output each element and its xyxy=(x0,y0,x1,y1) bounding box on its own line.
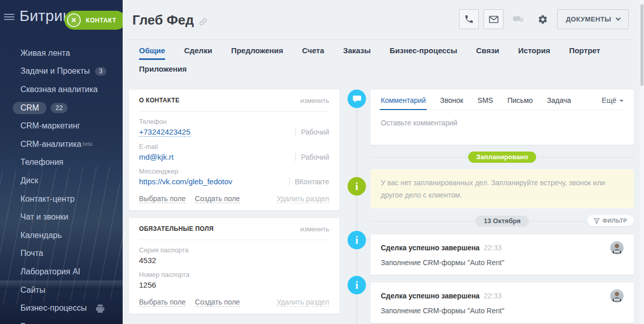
sidebar-item-crm[interactable]: CRM22 xyxy=(0,99,123,117)
delete-section-link[interactable]: Удалить раздел xyxy=(277,195,329,203)
page-title: Глеб Фед xyxy=(132,12,194,28)
tab-portrait[interactable]: Портрет xyxy=(569,46,600,60)
email-value[interactable]: md@kjk.rt xyxy=(139,153,174,161)
tab-general[interactable]: Общие xyxy=(139,46,165,60)
email-button[interactable] xyxy=(484,9,503,29)
filter-button[interactable]: ФИЛЬТР xyxy=(587,215,634,226)
tab-deals[interactable]: Сделки xyxy=(184,46,212,60)
no-activities-notice: У вас нет запланированных дел. Запланиру… xyxy=(348,169,634,208)
phone-type-tag: Рабочий xyxy=(295,128,329,136)
delete-section-link[interactable]: Удалить раздел xyxy=(277,298,329,307)
sidebar-item-live-feed[interactable]: Живая лента xyxy=(0,44,123,62)
sidebar-item-crm-analytics[interactable]: CRM-аналитикаbeta xyxy=(0,135,123,154)
link-icon[interactable] xyxy=(199,17,208,26)
sidebar-item-crm-marketing[interactable]: CRM-маркетинг xyxy=(0,117,123,135)
entity-tabs: Общие Сделки Предложения Счета Заказы Би… xyxy=(139,46,634,77)
entry-title: Сделка успешно завершена xyxy=(381,244,479,252)
passport-series-field: Серия паспорта 4532 xyxy=(139,246,329,265)
composer-tab-letter[interactable]: Письмо xyxy=(508,96,533,104)
composer-tab-call[interactable]: Звонок xyxy=(440,96,463,104)
composer-more-button[interactable]: Ещё xyxy=(602,96,624,104)
comment-bubble-icon xyxy=(348,90,366,108)
comment-input[interactable]: Оставьте комментарий xyxy=(381,110,624,136)
deal-completed-card[interactable]: Сделка успешно завершена 22:33 Заполнени… xyxy=(371,283,634,323)
messenger-field: Мессенджер https://vk.com/gleb_fedotov В… xyxy=(139,167,329,186)
crm-active-pill: CRM xyxy=(13,102,47,114)
passport-series-value: 4532 xyxy=(139,256,156,265)
deal-completed-card[interactable]: Сделка успешно завершена 22:33 Заполнени… xyxy=(371,234,634,275)
crm-count-badge: 22 xyxy=(51,103,67,113)
sidebar-item-time-reports[interactable]: Время и отчеты xyxy=(0,317,123,324)
printer-icon[interactable] xyxy=(94,303,106,315)
sidebar-item-tasks-projects[interactable]: Задачи и Проекты3 xyxy=(0,62,123,81)
avatar[interactable] xyxy=(610,241,624,254)
sidebar-menu: Живая лента Задачи и Проекты3 Сквозная а… xyxy=(0,44,123,324)
tab-links[interactable]: Связи xyxy=(476,46,499,60)
call-button[interactable] xyxy=(459,9,479,29)
create-field-link[interactable]: Создать поле xyxy=(195,298,240,307)
scrollbar-thumb[interactable] xyxy=(640,4,643,86)
email-field: E-mail md@kjk.rt Рабочий xyxy=(139,143,329,161)
timeline-entry: Сделка успешно завершена 22:33 Заполнени… xyxy=(348,234,634,275)
sidebar-item-ai-lab[interactable]: Лаборатория AI xyxy=(0,263,123,281)
tasks-count-badge: 3 xyxy=(95,67,107,76)
tab-invoices[interactable]: Счета xyxy=(302,46,324,60)
planned-badge: Запланировано xyxy=(468,152,536,163)
info-icon: i xyxy=(348,177,366,196)
avatar[interactable] xyxy=(610,289,624,303)
close-icon[interactable]: ✕ xyxy=(67,13,81,27)
edit-link[interactable]: изменить xyxy=(300,225,329,233)
composer-tab-sms[interactable]: SMS xyxy=(477,96,493,104)
sidebar-item-disk[interactable]: Диск xyxy=(0,171,123,190)
sidebar-item-telephony[interactable]: Телефония xyxy=(0,154,123,172)
sidebar-item-analytics[interactable]: Сквозная аналитика xyxy=(0,80,123,99)
email-type-tag: Рабочий xyxy=(295,153,329,161)
card-title: ОБЯЗАТЕЛЬНЫЕ ПОЛЯ xyxy=(139,225,214,232)
tab-orders[interactable]: Заказы xyxy=(343,46,371,60)
timeline-entry: Сделка успешно завершена 22:33 Заполнени… xyxy=(348,283,634,323)
composer-tab-comment[interactable]: Комментарий xyxy=(381,96,426,104)
entry-time: 22:33 xyxy=(484,244,501,252)
beta-label: beta xyxy=(82,141,92,147)
filter-icon xyxy=(594,218,600,224)
create-field-link[interactable]: Создать поле xyxy=(195,195,240,203)
settings-button[interactable] xyxy=(533,9,553,29)
contact-entity-badge[interactable]: ✕ КОНТАКТ xyxy=(64,11,123,30)
edit-link[interactable]: изменить xyxy=(300,97,329,104)
about-contact-card: О КОНТАКТЕ изменить Телефон +73242423425… xyxy=(129,90,339,210)
chevron-down-icon xyxy=(616,16,621,21)
composer-tab-task[interactable]: Задача xyxy=(547,96,571,104)
sidebar-item-calendar[interactable]: Календарь xyxy=(0,226,123,245)
planned-divider: Запланировано xyxy=(371,152,634,163)
tab-apps[interactable]: Приложения xyxy=(139,64,187,77)
sidebar-item-sites[interactable]: Сайты xyxy=(0,281,123,299)
scrollbar xyxy=(640,0,644,324)
notice-text: У вас нет запланированных дел. Запланиру… xyxy=(371,169,634,208)
phone-field: Телефон +73242423425 Рабочий xyxy=(139,118,329,137)
page-header: Глеб Фед ДОКУМЕНТЫ xyxy=(129,0,634,40)
tab-business-processes[interactable]: Бизнес-процессы xyxy=(389,46,457,60)
sidebar-item-mail[interactable]: Почта xyxy=(0,245,123,263)
contact-badge-label: КОНТАКТ xyxy=(86,17,117,24)
entry-subtitle: Заполнение CRM-формы "Auto Rent" xyxy=(381,258,624,267)
activity-composer: Комментарий Звонок SMS Письмо Задача Ещё… xyxy=(371,90,634,145)
select-field-link[interactable]: Выбрать поле xyxy=(139,195,186,203)
timeline-column: i i i Комментарий Звонок SMS Письмо Зада… xyxy=(348,90,634,324)
info-icon: i xyxy=(348,231,366,249)
messenger-value[interactable]: https://vk.com/gleb_fedotov xyxy=(139,177,233,186)
header-actions: ДОКУМЕНТЫ xyxy=(459,9,629,29)
entry-title: Сделка успешно завершена xyxy=(381,292,479,300)
documents-button[interactable]: ДОКУМЕНТЫ xyxy=(557,9,629,29)
main-content: Глеб Фед ДОКУМЕНТЫ xyxy=(123,0,644,324)
sidebar-item-chat-calls[interactable]: Чат и звонки xyxy=(0,208,123,226)
select-field-link[interactable]: Выбрать поле xyxy=(139,298,186,307)
caret-down-icon xyxy=(619,100,624,102)
chat-button[interactable] xyxy=(508,9,528,29)
contact-details-column: О КОНТАКТЕ изменить Телефон +73242423425… xyxy=(129,90,339,324)
phone-value[interactable]: +73242423425 xyxy=(139,127,191,137)
passport-number-field: Номер паспорта 1256 xyxy=(139,271,329,289)
hamburger-menu-icon[interactable] xyxy=(4,14,14,21)
sidebar-item-contact-center[interactable]: Контакт-центр xyxy=(0,190,123,208)
tab-history[interactable]: История xyxy=(518,46,550,60)
tab-quotes[interactable]: Предложения xyxy=(231,46,283,60)
